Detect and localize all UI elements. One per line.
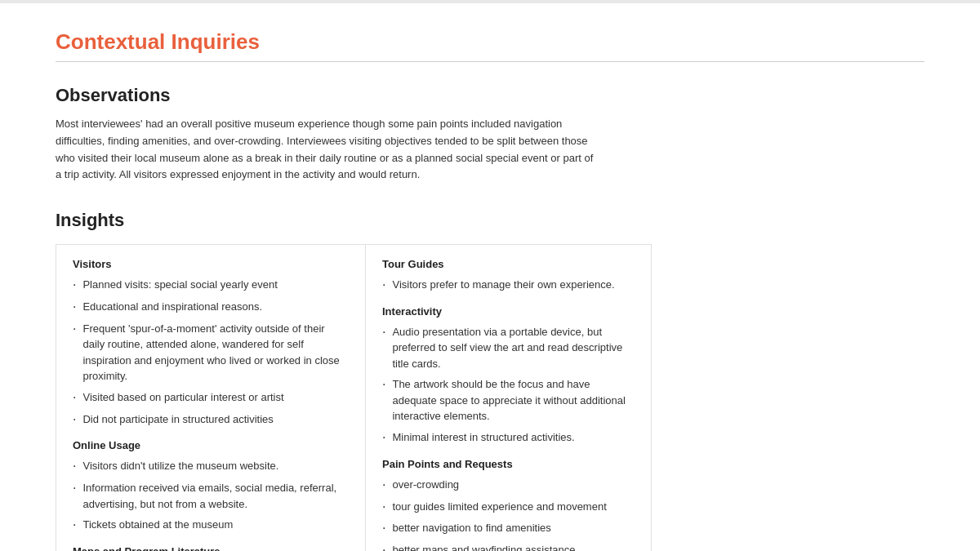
category-title: Interactivity <box>382 305 635 318</box>
list-item: Information received via emails, social … <box>73 480 349 512</box>
list-item: tour guides limited experience and movem… <box>382 499 635 516</box>
insights-section: Insights VisitorsPlanned visits: special… <box>56 210 924 551</box>
observations-text: Most interviewees' had an overall positi… <box>56 116 595 184</box>
left-column: VisitorsPlanned visits: special social y… <box>56 244 366 551</box>
category-title: Pain Points and Requests <box>382 458 635 470</box>
list-item: Tickets obtained at the museum <box>73 517 349 534</box>
list-item: Audio presentation via a portable device… <box>382 324 635 372</box>
page-title: Contextual Inquiries <box>56 29 924 55</box>
title-divider <box>56 61 924 62</box>
right-column: Tour GuidesVisitors prefer to manage the… <box>366 244 652 551</box>
observations-heading: Observations <box>56 85 924 106</box>
bullet-list: Planned visits: special social yearly ev… <box>73 277 349 428</box>
list-item: over-crowding <box>382 477 635 494</box>
list-item: better maps and wayfinding assistance <box>382 542 635 551</box>
list-item: Minimal interest in structured activitie… <box>382 429 635 447</box>
list-item: Visited based on particular interest or … <box>73 389 349 407</box>
category-title: Visitors <box>73 258 349 270</box>
insights-heading: Insights <box>56 210 924 231</box>
bullet-list: Audio presentation via a portable device… <box>382 324 635 447</box>
category-title: Online Usage <box>73 439 349 451</box>
list-item: The artwork should be the focus and have… <box>382 376 635 424</box>
bullet-list: Visitors prefer to manage their own expe… <box>382 277 635 294</box>
category-title: Tour Guides <box>382 258 635 270</box>
list-item: Planned visits: special social yearly ev… <box>73 277 349 294</box>
list-item: Frequent 'spur-of-a-moment' activity out… <box>73 321 349 384</box>
list-item: better navigation to find amenities <box>382 520 635 537</box>
list-item: Visitors didn't utilize the museum websi… <box>73 458 349 475</box>
bullet-list: over-crowdingtour guides limited experie… <box>382 477 635 551</box>
list-item: Visitors prefer to manage their own expe… <box>382 277 635 294</box>
list-item: Did not participate in structured activi… <box>73 411 349 429</box>
list-item: Educational and inspirational reasons. <box>73 299 349 316</box>
insights-columns: VisitorsPlanned visits: special social y… <box>56 244 924 551</box>
observations-section: Observations Most interviewees' had an o… <box>56 85 924 184</box>
category-title: Maps and Program Literature <box>73 545 349 551</box>
bullet-list: Visitors didn't utilize the museum websi… <box>73 458 349 534</box>
